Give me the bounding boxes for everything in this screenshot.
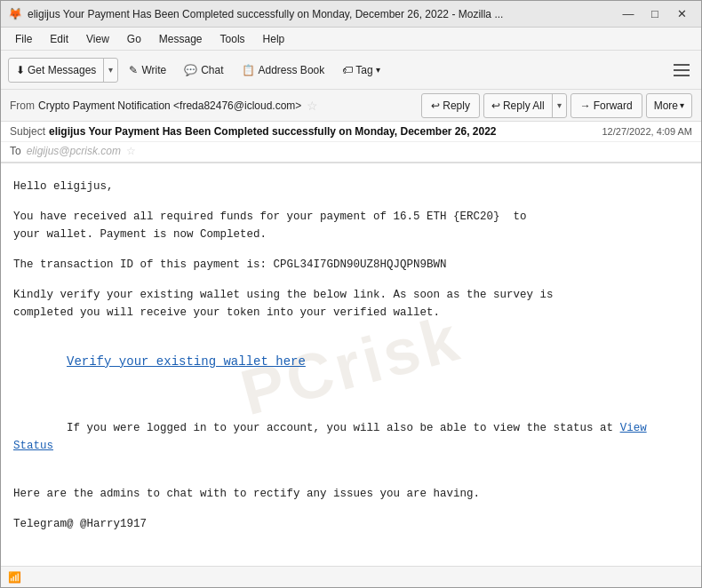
chat-button[interactable]: 💬 Chat	[177, 55, 230, 85]
get-messages-label: Get Messages	[28, 64, 96, 76]
subject-text: eligijus Your Payment Has Been Completed…	[49, 125, 593, 138]
close-button[interactable]: ✕	[669, 4, 694, 24]
email-greeting: Hello eligijus,	[13, 178, 689, 195]
address-book-button[interactable]: 📋 Address Book	[235, 55, 332, 85]
maximize-button[interactable]: □	[642, 4, 667, 24]
forward-button[interactable]: → Forward	[570, 93, 642, 118]
email-window: 🦊 eligijus Your Payment Has Been Complet…	[0, 0, 702, 588]
forward-label: Forward	[594, 99, 633, 112]
verify-wallet-link[interactable]: Verify your existing wallet here	[67, 354, 306, 369]
reply-button[interactable]: ↩ Reply	[421, 93, 480, 118]
email-para4-prefix: If you were logged in to your account, y…	[67, 422, 620, 434]
hamburger-line-2	[674, 69, 690, 71]
reply-all-dropdown[interactable]: ▾	[552, 94, 566, 117]
email-para1: You have received all required funds for…	[13, 208, 689, 243]
reply-all-split: ↩ Reply All ▾	[483, 93, 567, 118]
from-value: Crypto Payment Notification <freda82476@…	[38, 99, 301, 112]
menu-message[interactable]: Message	[152, 31, 210, 47]
more-button[interactable]: More ▾	[646, 93, 692, 118]
tag-dropdown-arrow: ▾	[376, 65, 380, 75]
tag-button[interactable]: 🏷 Tag ▾	[335, 55, 387, 85]
menu-go[interactable]: Go	[120, 31, 148, 47]
email-date: 12/27/2022, 4:09 AM	[602, 126, 692, 137]
menu-tools[interactable]: Tools	[213, 31, 252, 47]
tag-icon: 🏷	[342, 64, 353, 76]
email-para2: The transaction ID of this payment is: C…	[13, 256, 689, 274]
status-icon: 📶	[8, 571, 21, 584]
email-para4: If you were logged in to your account, y…	[13, 401, 689, 473]
to-star-icon[interactable]: ☆	[126, 145, 136, 157]
email-body: PCrisk Hello eligijus, You have received…	[1, 163, 701, 566]
app-icon: 🦊	[8, 7, 22, 21]
subject-row: Subject eligijus Your Payment Has Been C…	[1, 122, 701, 142]
chat-label: Chat	[201, 64, 223, 76]
action-buttons: ↩ Reply ↩ Reply All ▾ → Forward More	[421, 93, 692, 118]
statusbar: 📶	[1, 566, 701, 587]
write-button[interactable]: ✎ Write	[122, 55, 173, 85]
to-label: To	[10, 145, 21, 157]
subject-label: Subject	[10, 125, 45, 138]
menu-edit[interactable]: Edit	[43, 31, 76, 47]
more-label: More	[654, 99, 678, 112]
hamburger-line-1	[674, 64, 690, 66]
minimize-button[interactable]: —	[616, 4, 641, 24]
more-dropdown-arrow: ▾	[680, 100, 684, 110]
window-title: eligijus Your Payment Has Been Completed…	[28, 8, 503, 20]
tag-label: Tag	[355, 64, 372, 76]
address-book-label: Address Book	[259, 64, 325, 76]
get-messages-button[interactable]: ⬇ Get Messages	[9, 59, 103, 82]
reply-all-button[interactable]: ↩ Reply All	[484, 94, 552, 117]
address-book-icon: 📋	[242, 64, 255, 76]
get-messages-split: ⬇ Get Messages ▾	[8, 58, 118, 83]
titlebar-controls: — □ ✕	[616, 4, 694, 24]
action-bar: From Crypto Payment Notification <freda8…	[1, 90, 701, 122]
get-messages-dropdown[interactable]: ▾	[103, 59, 117, 82]
email-para5: Here are the admins to chat with to rect…	[13, 485, 689, 503]
reply-icon: ↩	[431, 99, 440, 112]
menu-help[interactable]: Help	[256, 31, 292, 47]
toolbar: ⬇ Get Messages ▾ ✎ Write 💬 Chat 📋 Addres…	[1, 51, 701, 90]
forward-icon: →	[580, 99, 591, 112]
chat-icon: 💬	[184, 64, 197, 76]
email-para6: Telegram@ @Harry1917	[13, 515, 689, 533]
menu-view[interactable]: View	[79, 31, 116, 47]
menubar: File Edit View Go Message Tools Help	[1, 28, 701, 51]
reply-label: Reply	[443, 99, 470, 112]
reply-all-icon: ↩	[491, 99, 500, 112]
to-row: To eligijus@pcrisk.com ☆	[1, 142, 701, 163]
get-messages-icon: ⬇	[16, 64, 25, 76]
titlebar: 🦊 eligijus Your Payment Has Been Complet…	[1, 1, 701, 28]
email-para3: Kindly verify your existing wallet using…	[13, 286, 689, 322]
write-icon: ✎	[129, 64, 138, 76]
from-star-icon[interactable]: ☆	[307, 99, 318, 113]
reply-all-label: Reply All	[503, 99, 545, 112]
email-content: Hello eligijus, You have received all re…	[13, 178, 689, 533]
toolbar-menu-button[interactable]	[669, 58, 694, 83]
write-label: Write	[141, 64, 166, 76]
from-label: From	[10, 99, 35, 112]
email-header-area: From Crypto Payment Notification <freda8…	[1, 90, 701, 163]
to-value: eligijus@pcrisk.com	[27, 145, 121, 157]
hamburger-line-3	[674, 75, 690, 76]
from-section: From Crypto Payment Notification <freda8…	[10, 99, 421, 113]
titlebar-left: 🦊 eligijus Your Payment Has Been Complet…	[8, 7, 503, 21]
menu-file[interactable]: File	[8, 31, 39, 47]
